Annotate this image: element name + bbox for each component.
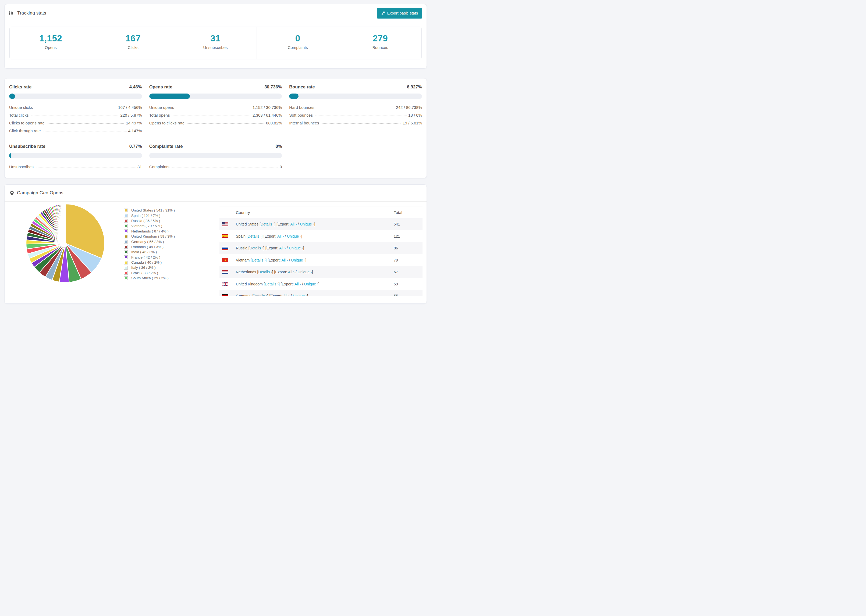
export-all-link[interactable]: All › bbox=[279, 246, 286, 250]
stat-label: Complaints bbox=[257, 45, 339, 50]
geo-opens-title: Campaign Geo Opens bbox=[17, 190, 63, 196]
country-cell: Germany [Details ›] [Export: All › / Uni… bbox=[236, 294, 308, 295]
tracking-stats-card: Tracking stats Export basic stats 1,152O… bbox=[4, 4, 427, 69]
export-all-link[interactable]: All › bbox=[288, 270, 294, 274]
country-name: Netherlands bbox=[236, 270, 257, 274]
rate-section-value: 30.736% bbox=[265, 84, 282, 90]
rate-section-clicks-rate: Clicks rate4.46%Unique clicks167 / 4.456… bbox=[9, 84, 142, 136]
details-link[interactable]: Details › bbox=[252, 258, 265, 262]
legend-label: Germany ( 55 / 3% ) bbox=[131, 240, 164, 244]
column-header-country: Country bbox=[236, 210, 250, 215]
stat-value: 167 bbox=[92, 34, 174, 43]
rate-stat-row: Soft bounces18 / 0% bbox=[289, 113, 422, 118]
stat-box-clicks: 167Clicks bbox=[92, 27, 174, 59]
bracket-text: ] bbox=[307, 294, 308, 295]
rate-stat-label: Soft bounces bbox=[289, 113, 313, 118]
progress-bar bbox=[149, 94, 282, 99]
rate-section-value: 4.46% bbox=[129, 84, 142, 90]
tracking-stats-header: Tracking stats Export basic stats bbox=[5, 4, 427, 22]
table-row-nl: Netherlands [Details ›] [Export: All › /… bbox=[219, 266, 422, 278]
flag-ru-icon bbox=[222, 246, 228, 250]
rate-stat-row: Unsubscribes31 bbox=[9, 165, 142, 169]
export-unique-link[interactable]: Unique › bbox=[289, 246, 303, 250]
country-cell: United States [Details ›] [Export: All ›… bbox=[236, 222, 315, 226]
legend-swatch bbox=[124, 229, 128, 233]
export-unique-link[interactable]: Unique › bbox=[300, 222, 314, 226]
rate-section-header: Unsubscribe rate0.77% bbox=[9, 144, 142, 149]
legend-swatch bbox=[124, 245, 128, 248]
details-link[interactable]: Details › bbox=[254, 294, 267, 295]
export-unique-link[interactable]: Unique › bbox=[291, 258, 305, 262]
map-pin-icon bbox=[10, 191, 14, 195]
rate-stat-label: Unique clicks bbox=[9, 105, 33, 110]
bracket-text: / bbox=[288, 258, 291, 262]
flag-nl-icon bbox=[222, 270, 228, 274]
dotted-leader bbox=[187, 123, 265, 124]
progress-bar bbox=[9, 153, 142, 158]
rate-stat-value: 1,152 / 30.736% bbox=[252, 105, 282, 110]
export-all-link[interactable]: All › bbox=[281, 258, 288, 262]
total-value: 541 bbox=[394, 222, 400, 226]
legend-item: United Kingdom ( 59 / 3% ) bbox=[124, 234, 175, 239]
bar-chart-icon bbox=[9, 11, 14, 15]
legend-swatch bbox=[124, 214, 128, 217]
legend-label: Netherlands ( 67 / 4% ) bbox=[131, 229, 168, 233]
export-all-link[interactable]: All › bbox=[294, 282, 301, 286]
details-link[interactable]: Details › bbox=[265, 282, 279, 286]
details-link[interactable]: Details › bbox=[248, 234, 261, 238]
country-cell: Spain [Details ›] [Export: All › / Uniqu… bbox=[236, 234, 302, 238]
legend-label: Russia ( 86 / 5% ) bbox=[131, 219, 160, 223]
legend-label: Spain ( 121 / 7% ) bbox=[131, 214, 160, 218]
progress-bar-fill bbox=[289, 94, 298, 99]
stat-label: Clicks bbox=[92, 45, 174, 50]
flag-de-icon bbox=[222, 294, 228, 295]
country-name: Vietnam bbox=[236, 258, 251, 262]
stat-label: Bounces bbox=[339, 45, 422, 50]
export-button-label: Export basic stats bbox=[387, 11, 418, 15]
bracket-text: ] [Export: bbox=[279, 282, 294, 286]
rate-stat-value: 167 / 4.456% bbox=[118, 105, 142, 110]
rate-section-bounce-rate: Bounce rate6.927%Hard bounces242 / 86.73… bbox=[289, 84, 422, 136]
rate-section-value: 6.927% bbox=[407, 84, 422, 90]
legend-swatch bbox=[124, 224, 128, 228]
export-unique-link[interactable]: Unique › bbox=[293, 294, 307, 295]
rate-stat-label: Unique opens bbox=[149, 105, 174, 110]
export-unique-link[interactable]: Unique › bbox=[304, 282, 318, 286]
rate-stat-row: Total clicks220 / 5.87% bbox=[9, 113, 142, 118]
stat-label: Opens bbox=[10, 45, 92, 50]
geo-pie-legend: United States ( 541 / 31% )Spain ( 121 /… bbox=[124, 208, 175, 281]
export-unique-link[interactable]: Unique › bbox=[287, 234, 301, 238]
legend-item: Spain ( 121 / 7% ) bbox=[124, 213, 175, 218]
legend-item: United States ( 541 / 31% ) bbox=[124, 208, 175, 213]
rate-stat-label: Clicks to opens rate bbox=[9, 121, 45, 125]
bracket-text: ] [Export: bbox=[272, 270, 288, 274]
column-header-total: Total bbox=[394, 210, 402, 215]
rate-section-header: Clicks rate4.46% bbox=[9, 84, 142, 90]
rate-section-title: Unsubscribe rate bbox=[9, 144, 46, 149]
details-link[interactable]: Details › bbox=[258, 270, 272, 274]
details-link[interactable]: Details › bbox=[261, 222, 274, 226]
progress-bar-fill bbox=[9, 153, 11, 158]
total-value: 67 bbox=[394, 270, 398, 274]
export-all-link[interactable]: All › bbox=[290, 222, 297, 226]
progress-bar bbox=[9, 94, 142, 99]
legend-item: Russia ( 86 / 5% ) bbox=[124, 218, 175, 223]
legend-label: Romania ( 49 / 3% ) bbox=[131, 245, 164, 249]
stat-label: Unsubscribes bbox=[174, 45, 256, 50]
geo-table: Country Total United States [Details ›] … bbox=[219, 206, 422, 295]
bracket-text: / bbox=[297, 222, 300, 226]
export-unique-link[interactable]: Unique › bbox=[298, 270, 312, 274]
flag-vn-icon bbox=[222, 258, 228, 262]
export-basic-stats-button[interactable]: Export basic stats bbox=[377, 8, 422, 19]
geo-table-body: United States [Details ›] [Export: All ›… bbox=[219, 218, 422, 295]
export-all-link[interactable]: All › bbox=[277, 234, 284, 238]
table-row-vn: Vietnam [Details ›] [Export: All › / Uni… bbox=[219, 254, 422, 266]
rate-stat-row: Unique clicks167 / 4.456% bbox=[9, 105, 142, 110]
bracket-text: ] bbox=[305, 258, 306, 262]
legend-item: South Africa ( 29 / 2% ) bbox=[124, 275, 175, 281]
export-all-link[interactable]: All › bbox=[283, 294, 290, 295]
rate-section-opens-rate: Opens rate30.736%Unique opens1,152 / 30.… bbox=[149, 84, 282, 136]
rate-stat-row: Click through rate4.147% bbox=[9, 129, 142, 133]
rate-stat-value: 0 bbox=[280, 165, 282, 169]
details-link[interactable]: Details › bbox=[250, 246, 263, 250]
